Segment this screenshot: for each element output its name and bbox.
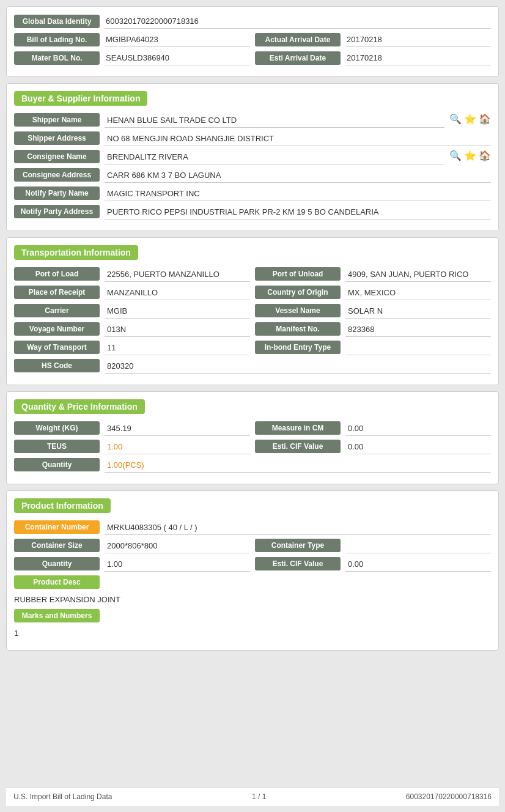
footer-center: 1 / 1 bbox=[252, 792, 266, 801]
notify-party-name-row: Notify Party Name MAGIC TRANSPORT INC bbox=[14, 186, 491, 201]
quantity-label: Quantity bbox=[14, 458, 100, 471]
consignee-star-icon[interactable]: ⭐ bbox=[464, 150, 476, 161]
port-of-load-group: Port of Load 22556, PUERTO MANZANILLO bbox=[14, 267, 250, 282]
product-card: Product Information Container Number MRK… bbox=[6, 490, 499, 651]
measure-value: 0.00 bbox=[345, 421, 491, 436]
master-bol-value: SEAUSLD386940 bbox=[105, 51, 250, 65]
in-bond-label: In-bond Entry Type bbox=[255, 341, 341, 354]
product-cif-group: Esti. CIF Value 0.00 bbox=[255, 557, 491, 572]
esti-cif-label: Esti. CIF Value bbox=[255, 440, 341, 453]
teus-estcif-row: TEUS 1.00 Esti. CIF Value 0.00 bbox=[14, 440, 491, 454]
port-of-unload-group: Port of Unload 4909, SAN JUAN, PUERTO RI… bbox=[255, 267, 491, 282]
quantity-row: Quantity 1.00(PCS) bbox=[14, 458, 491, 473]
buyer-supplier-card: Buyer & Supplier Information Shipper Nam… bbox=[6, 83, 499, 231]
marks-row: Marks and Numbers 1 bbox=[14, 609, 491, 640]
consignee-address-label: Consignee Address bbox=[14, 168, 100, 182]
esti-arrival-half: Esti Arrival Date 20170218 bbox=[255, 51, 491, 65]
buyer-supplier-header: Buyer & Supplier Information bbox=[14, 91, 147, 106]
product-desc-value: RUBBER EXPANSION JOINT bbox=[14, 591, 491, 607]
weight-measure-row: Weight (KG) 345.19 Measure in CM 0.00 bbox=[14, 421, 491, 436]
product-desc-label: Product Desc bbox=[14, 575, 100, 589]
bol-label: Bill of Lading No. bbox=[14, 33, 100, 46]
product-qty-group: Quantity 1.00 bbox=[14, 557, 250, 572]
carrier-label: Carrier bbox=[14, 304, 100, 317]
master-bol-half: Mater BOL No. SEAUSLD386940 bbox=[14, 51, 250, 65]
global-data-label: Global Data Identity bbox=[14, 15, 100, 28]
consignee-icons: 🔍 ⭐ 🏠 bbox=[449, 150, 491, 161]
footer-right: 600320170220000718316 bbox=[406, 792, 492, 801]
transportation-card: Transportation Information Port of Load … bbox=[6, 237, 499, 385]
consignee-name-label: Consignee Name bbox=[14, 150, 100, 163]
way-transport-label: Way of Transport bbox=[14, 341, 100, 354]
consignee-name-row: Consignee Name BRENDALITZ RIVERA 🔍 ⭐ 🏠 bbox=[14, 150, 491, 164]
vessel-name-value: SOLAR N bbox=[345, 304, 491, 319]
voyage-manifest-row: Voyage Number 013N Manifest No. 823368 bbox=[14, 322, 491, 337]
hs-code-value: 820320 bbox=[105, 359, 491, 374]
shipper-address-row: Shipper Address NO 68 MENGJIN ROAD SHANG… bbox=[14, 131, 491, 146]
notify-party-address-value: PUERTO RICO PEPSI INDUSTRIAL PARK PR-2 K… bbox=[105, 205, 491, 220]
manifest-value: 823368 bbox=[345, 322, 491, 337]
notify-party-name-label: Notify Party Name bbox=[14, 186, 100, 200]
container-number-row: Container Number MRKU4083305 ( 40 / L / … bbox=[14, 520, 491, 535]
quantity-value: 1.00(PCS) bbox=[105, 458, 491, 473]
esti-cif-value: 0.00 bbox=[345, 440, 491, 454]
product-desc-row: Product Desc RUBBER EXPANSION JOINT bbox=[14, 575, 491, 607]
master-bol-label: Mater BOL No. bbox=[14, 51, 100, 65]
quantity-price-card: Quantity & Price Information Weight (KG)… bbox=[6, 391, 499, 484]
way-transport-group: Way of Transport 11 bbox=[14, 341, 250, 355]
teus-value: 1.00 bbox=[105, 440, 250, 454]
voyage-group: Voyage Number 013N bbox=[14, 322, 250, 337]
container-size-type-row: Container Size 2000*806*800 Container Ty… bbox=[14, 539, 491, 553]
esti-arrival-value: 20170218 bbox=[345, 51, 491, 65]
vessel-name-label: Vessel Name bbox=[255, 304, 341, 317]
footer-left: U.S. Import Bill of Lading Data bbox=[13, 792, 112, 801]
marks-label: Marks and Numbers bbox=[14, 609, 100, 622]
weight-value: 345.19 bbox=[105, 421, 250, 436]
carrier-value: MGIB bbox=[105, 304, 250, 319]
container-type-group: Container Type bbox=[255, 539, 491, 553]
product-qty-label: Quantity bbox=[14, 557, 100, 570]
port-of-load-value: 22556, PUERTO MANZANILLO bbox=[105, 267, 250, 282]
port-of-unload-label: Port of Unload bbox=[255, 267, 341, 281]
country-of-origin-label: Country of Origin bbox=[255, 286, 341, 299]
shipper-search-icon[interactable]: 🔍 bbox=[449, 113, 462, 125]
notify-party-address-row: Notify Party Address PUERTO RICO PEPSI I… bbox=[14, 205, 491, 220]
manifest-label: Manifest No. bbox=[255, 322, 341, 336]
port-of-unload-value: 4909, SAN JUAN, PUERTO RICO bbox=[345, 267, 491, 282]
consignee-search-icon[interactable]: 🔍 bbox=[449, 150, 462, 161]
in-bond-value bbox=[345, 341, 491, 355]
product-header: Product Information bbox=[14, 498, 111, 513]
container-size-label: Container Size bbox=[14, 539, 100, 552]
quantity-price-header: Quantity & Price Information bbox=[14, 399, 145, 414]
shipper-home-icon[interactable]: 🏠 bbox=[479, 113, 491, 125]
shipper-name-row: Shipper Name HENAN BLUE SAIL TRADE CO LT… bbox=[14, 113, 491, 128]
place-of-receipt-value: MANZANILLO bbox=[105, 286, 250, 300]
country-of-origin-group: Country of Origin MX, MEXICO bbox=[255, 286, 491, 300]
marks-value: 1 bbox=[14, 625, 491, 640]
consignee-home-icon[interactable]: 🏠 bbox=[479, 150, 491, 161]
bol-half: Bill of Lading No. MGIBPA64023 bbox=[14, 32, 250, 47]
weight-label: Weight (KG) bbox=[14, 421, 100, 435]
country-of-origin-value: MX, MEXICO bbox=[345, 286, 491, 300]
bol-row: Bill of Lading No. MGIBPA64023 Actual Ar… bbox=[14, 32, 491, 47]
consignee-name-value: BRENDALITZ RIVERA bbox=[105, 150, 444, 164]
esti-cif-group: Esti. CIF Value 0.00 bbox=[255, 440, 491, 454]
esti-arrival-label: Esti Arrival Date bbox=[255, 51, 341, 65]
shipper-icons: 🔍 ⭐ 🏠 bbox=[449, 113, 491, 125]
bol-value: MGIBPA64023 bbox=[105, 32, 250, 47]
container-type-value bbox=[345, 539, 491, 553]
container-size-value: 2000*806*800 bbox=[105, 539, 250, 553]
port-of-load-label: Port of Load bbox=[14, 267, 100, 281]
container-number-value: MRKU4083305 ( 40 / L / ) bbox=[105, 520, 491, 535]
product-qty-cif-row: Quantity 1.00 Esti. CIF Value 0.00 bbox=[14, 557, 491, 572]
master-bol-row: Mater BOL No. SEAUSLD386940 Esti Arrival… bbox=[14, 51, 491, 65]
way-inbond-row: Way of Transport 11 In-bond Entry Type bbox=[14, 341, 491, 355]
shipper-star-icon[interactable]: ⭐ bbox=[464, 113, 476, 125]
product-cif-label: Esti. CIF Value bbox=[255, 557, 341, 570]
shipper-address-value: NO 68 MENGJIN ROAD SHANGJIE DISTRICT bbox=[105, 131, 491, 146]
hs-code-label: HS Code bbox=[14, 359, 100, 372]
notify-party-name-value: MAGIC TRANSPORT INC bbox=[105, 186, 491, 201]
actual-arrival-half: Actual Arrival Date 20170218 bbox=[255, 32, 491, 47]
container-type-label: Container Type bbox=[255, 539, 341, 552]
shipper-name-value: HENAN BLUE SAIL TRADE CO LTD bbox=[105, 113, 444, 128]
